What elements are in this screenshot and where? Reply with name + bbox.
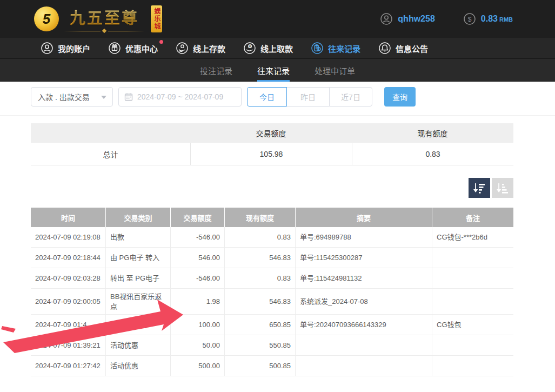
col-header-remark: 备注 (432, 208, 513, 227)
nav-item-transaction-records[interactable]: 往来记录 (311, 42, 360, 55)
main-nav: 我的账户 优惠中心 线上存款 $ 线上取款 (0, 38, 555, 59)
dollar-icon: $ (463, 12, 476, 25)
notification-dot (159, 40, 163, 44)
cell-time: 2024-07-09 01:27:42 (31, 356, 106, 376)
logo-flourish-icon (64, 29, 145, 32)
balance-display[interactable]: $ 0.83RMB (463, 12, 513, 25)
sub-tabs: 投注记录 往来记录 处理中订单 (0, 59, 555, 82)
summary-total-label: 总计 (31, 143, 190, 165)
caret-down-icon (101, 96, 106, 99)
cell-amount: 50.00 (171, 335, 225, 356)
balance-currency: RMB (499, 16, 513, 23)
tab-label: 处理中订单 (315, 65, 355, 76)
cell-remark (432, 289, 513, 315)
col-header-category: 交易类别 (106, 208, 171, 227)
col-header-summary: 摘要 (296, 208, 432, 227)
quick-date-buttons: 今日 昨日 近7日 (247, 87, 372, 107)
table-row: 2024-07-09 02:03:28 转出 至 PG电子 -546.00 0.… (31, 268, 513, 289)
date-range-input[interactable]: 2024-07-09 ~ 2024-07-09 (118, 87, 242, 107)
cell-balance: 0.83 (225, 227, 296, 248)
nav-label: 我的账户 (58, 43, 90, 54)
table-header-row: 时间 交易类别 交易额度 现有额度 摘要 备注 (31, 208, 513, 227)
cell-remark (432, 335, 513, 356)
top-bar: 5 九五至尊 娱乐城 qhhw258 $ 0.83RMB (0, 0, 555, 38)
cell-time: 2024-07-09 02:19:08 (31, 227, 106, 248)
summary-table: 交易额度 现有额度 总计 105.98 0.83 (31, 123, 513, 165)
today-button[interactable]: 今日 (247, 87, 287, 107)
cell-remark (432, 248, 513, 268)
yesterday-button[interactable]: 昨日 (286, 87, 330, 107)
cell-amount: 1.98 (171, 289, 225, 315)
cell-category: 转出 至 PG电子 (106, 268, 171, 289)
nav-label: 往来记录 (328, 43, 360, 54)
table-body: 2024-07-09 02:19:08 出款 -546.00 0.83 单号:6… (31, 227, 513, 376)
user-icon (41, 42, 54, 55)
site-logo[interactable]: 5 九五至尊 娱乐城 (34, 5, 162, 32)
content-area: 入款 . 出款交易 2024-07-09 ~ 2024-07-09 今日 昨日 … (31, 87, 513, 376)
sort-ascending-button[interactable] (492, 178, 513, 198)
transaction-type-select[interactable]: 入款 . 出款交易 (31, 87, 113, 107)
cell-time: 2024-07-09 01:4 (31, 315, 106, 335)
cell-time: 2024-07-09 02:18:44 (31, 248, 106, 268)
last7days-button[interactable]: 近7日 (329, 87, 372, 107)
table-row: 2024-07-09 01:4 CGPAY支付 100.00 650.85 单号… (31, 315, 513, 335)
search-button[interactable]: 查询 (384, 87, 416, 107)
svg-text:$: $ (467, 16, 471, 23)
transaction-records-page: 5 九五至尊 娱乐城 qhhw258 $ 0.83RMB (0, 0, 555, 392)
cell-summary: 单号:202407093666143329 (296, 315, 432, 335)
cell-balance: 546.83 (225, 248, 296, 268)
cell-amount: -546.00 (171, 268, 225, 289)
tab-bet-records[interactable]: 投注记录 (200, 59, 232, 82)
user-account[interactable]: qhhw258 (380, 12, 434, 25)
logo-monogram-icon: 5 (34, 6, 59, 31)
user-zone: qhhw258 $ 0.83RMB (380, 12, 513, 25)
tab-label: 投注记录 (200, 65, 232, 76)
cell-amount: 100.00 (171, 315, 225, 335)
cell-category: CGPAY支付 (106, 315, 171, 335)
sort-descending-button[interactable] (469, 178, 490, 198)
cell-balance: 546.83 (225, 289, 296, 315)
transactions-table: 时间 交易类别 交易额度 现有额度 摘要 备注 2024-07-09 02:19… (31, 208, 513, 376)
deposit-icon (176, 42, 189, 55)
cell-balance: 500.85 (225, 356, 296, 376)
col-header-time: 时间 (31, 208, 106, 227)
nav-item-my-account[interactable]: 我的账户 (41, 42, 90, 55)
calendar-icon (124, 92, 133, 101)
summary-header-empty (31, 123, 190, 143)
tab-transaction-records[interactable]: 往来记录 (257, 59, 290, 82)
summary-total-row: 总计 105.98 0.83 (31, 143, 513, 165)
cell-remark: CG钱包 (432, 315, 513, 335)
cell-summary (296, 356, 432, 376)
nav-label: 优惠中心 (125, 43, 158, 54)
sort-ascending-icon (496, 182, 509, 194)
table-row: 2024-07-09 02:19:08 出款 -546.00 0.83 单号:6… (31, 227, 513, 248)
nav-item-announcements[interactable]: 信息公告 (378, 42, 428, 55)
logo-badge: 娱乐城 (151, 5, 162, 32)
cell-time: 2024-07-09 02:00:05 (31, 289, 106, 315)
cell-summary: 单号:115425300287 (296, 248, 432, 268)
cell-time: 2024-07-09 02:03:28 (31, 268, 106, 289)
nav-item-promotions[interactable]: 优惠中心 (108, 42, 158, 55)
bell-icon (378, 42, 391, 55)
cell-summary (296, 335, 432, 356)
summary-header-balance: 现有额度 (352, 123, 513, 143)
nav-label: 信息公告 (396, 43, 428, 54)
balance-amount: 0.83 (481, 14, 498, 23)
logo-text: 九五至尊 (64, 5, 145, 32)
cell-remark: CG钱包-***2b6d (432, 227, 513, 248)
summary-transaction-total: 105.98 (190, 143, 352, 165)
cell-category: 活动优惠 (106, 356, 171, 376)
tab-pending-orders[interactable]: 处理中订单 (315, 59, 355, 82)
summary-balance-total: 0.83 (352, 143, 513, 165)
cell-balance: 650.85 (225, 315, 296, 335)
nav-label: 线上取款 (260, 43, 293, 54)
nav-item-withdraw[interactable]: $ 线上取款 (243, 42, 293, 55)
col-header-amount: 交易额度 (171, 208, 225, 227)
nav-item-deposit[interactable]: 线上存款 (176, 42, 225, 55)
cell-remark (432, 268, 513, 289)
table-row: 2024-07-09 02:18:44 由 PG电子 转入 546.00 546… (31, 248, 513, 268)
sort-controls (31, 178, 513, 198)
user-avatar-icon (380, 12, 393, 25)
cell-summary: 单号:694989788 (296, 227, 432, 248)
nav-label: 线上存款 (193, 43, 225, 54)
